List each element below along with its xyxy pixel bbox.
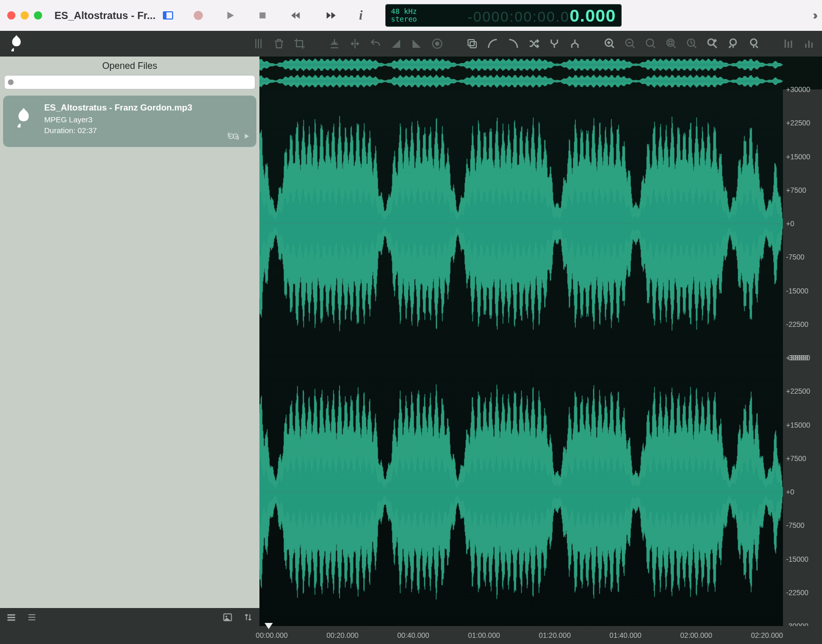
svg-rect-19	[791, 41, 792, 48]
record-button[interactable]	[194, 11, 203, 20]
sidebar-heading: Opened Files	[0, 57, 259, 75]
amplitude-tick: +15000	[786, 421, 822, 429]
zoom-fit-icon[interactable]	[644, 37, 658, 50]
sample-rate-label: 48 kHz	[391, 8, 417, 15]
picture-icon[interactable]	[222, 612, 233, 622]
svg-point-29	[226, 615, 227, 617]
amplitude-tick: -22500	[786, 588, 822, 597]
shuffle-icon[interactable]	[527, 37, 540, 50]
play-button[interactable]	[225, 10, 236, 21]
zoom-window-button[interactable]	[34, 11, 42, 20]
svg-rect-22	[811, 43, 813, 48]
lines-view-icon[interactable]	[27, 612, 37, 622]
amplitude-tick: -7500	[786, 253, 822, 261]
minimize-window-button[interactable]	[21, 11, 29, 20]
time-tick: 02:00.000	[680, 631, 712, 639]
mini-play-icon[interactable]	[243, 133, 250, 142]
svg-point-5	[436, 42, 439, 45]
stop-button[interactable]	[257, 10, 268, 21]
amplitude-tick: +30000	[786, 354, 822, 362]
zoom-selection-icon[interactable]	[665, 37, 678, 50]
time-tick: 00:00.000	[256, 631, 288, 639]
edit-toolbar	[0, 31, 822, 57]
file-codec-label: MPEG Layer3	[44, 115, 192, 124]
close-window-button[interactable]	[7, 11, 15, 20]
file-card-actions	[228, 133, 250, 142]
amplitude-tick: -15000	[786, 555, 822, 563]
music-note-icon	[11, 106, 36, 131]
undo-icon[interactable]	[369, 37, 382, 50]
svg-rect-12	[669, 41, 672, 44]
time-tick: 00:40.000	[397, 631, 429, 639]
marker-add-icon[interactable]	[706, 37, 719, 50]
time-tick: 01:40.000	[609, 631, 641, 639]
amplitude-tick: +22500	[786, 119, 822, 127]
info-button[interactable]: i	[359, 8, 363, 23]
merge-icon[interactable]	[548, 37, 561, 50]
fade-out-icon[interactable]	[410, 37, 423, 50]
file-duration-label: Duration: 02:37	[44, 126, 192, 135]
time-ruler[interactable]: 00:00.00000:20.00000:40.00001:00.00001:2…	[0, 626, 822, 644]
svg-rect-17	[784, 40, 786, 48]
paste-insert-icon[interactable]	[328, 37, 341, 50]
fade-in-icon[interactable]	[389, 37, 403, 50]
svg-rect-1	[255, 39, 256, 48]
amplitude-tick: +7500	[786, 454, 822, 463]
waveform-overview[interactable]	[259, 57, 822, 89]
svg-rect-21	[808, 41, 810, 48]
split-icon[interactable]	[348, 37, 362, 50]
levels-icon[interactable]	[802, 37, 816, 50]
zoom-out-icon[interactable]	[624, 37, 637, 50]
fast-forward-button[interactable]	[324, 10, 338, 21]
zoom-reset-icon[interactable]	[685, 37, 699, 50]
svg-rect-2	[258, 39, 259, 48]
rewind-button[interactable]	[289, 10, 303, 21]
svg-rect-3	[260, 39, 261, 48]
marker-next-icon[interactable]	[747, 37, 760, 50]
transport-controls: i	[194, 8, 363, 23]
marker-prev-icon[interactable]	[726, 37, 740, 50]
amplitude-ruler: +30000+22500+15000+7500+0-7500-15000-225…	[783, 89, 822, 626]
sidebar-toggle-icon[interactable]	[163, 11, 173, 20]
title-bar: ES_Altostratus - Fr... i 48 kHz stereo -…	[0, 0, 822, 31]
opened-file-card[interactable]: ES_Altostratus - Franz Gordon.mp3 MPEG L…	[3, 96, 256, 147]
amplitude-tick: -22500	[786, 320, 822, 328]
crop-icon[interactable]	[293, 37, 306, 50]
time-display: 48 kHz stereo - 0000:00:00.0 0.000	[385, 4, 622, 27]
mixer-icon[interactable]	[782, 37, 795, 50]
list-view-icon[interactable]	[6, 612, 16, 622]
search-input[interactable]	[4, 75, 255, 89]
sidebar: Opened Files ES_Altostratus - Franz Gord…	[0, 57, 259, 626]
channels-label: stereo	[391, 15, 417, 23]
fx-icon[interactable]	[431, 37, 444, 50]
window-title: ES_Altostratus - Fr...	[54, 10, 156, 22]
amplitude-tick: +30000	[786, 85, 822, 94]
cursor-tool-icon[interactable]	[252, 37, 265, 50]
svg-rect-6	[470, 42, 476, 48]
file-name-label: ES_Altostratus - Franz Gordon.mp3	[44, 103, 192, 113]
time-tick: 02:20.000	[751, 631, 783, 639]
waveform-main[interactable]: +30000+22500+15000+7500+0-7500-15000-225…	[259, 89, 822, 626]
svg-rect-18	[788, 42, 789, 48]
waveform-area: +30000+22500+15000+7500+0-7500-15000-225…	[259, 57, 822, 626]
link-icon[interactable]	[228, 133, 239, 142]
svg-rect-20	[805, 44, 807, 48]
svg-point-10	[646, 39, 653, 46]
window-controls	[7, 11, 42, 20]
curve-up-icon[interactable]	[486, 37, 499, 50]
overflow-button[interactable]: ››	[813, 8, 815, 23]
fork-icon[interactable]	[568, 37, 582, 50]
svg-rect-7	[468, 40, 474, 46]
trash-icon[interactable]	[272, 37, 286, 50]
amplitude-tick: +0	[786, 219, 822, 228]
app-logo-icon	[6, 33, 27, 54]
amplitude-tick: +7500	[786, 186, 822, 194]
zoom-in-icon[interactable]	[603, 37, 616, 50]
amplitude-tick: +22500	[786, 387, 822, 395]
sort-icon[interactable]	[243, 612, 253, 622]
time-tick: 00:20.000	[327, 631, 359, 639]
copy-icon[interactable]	[465, 37, 479, 50]
time-tick: 01:00.000	[468, 631, 500, 639]
curve-down-icon[interactable]	[507, 37, 520, 50]
svg-rect-0	[259, 12, 266, 19]
